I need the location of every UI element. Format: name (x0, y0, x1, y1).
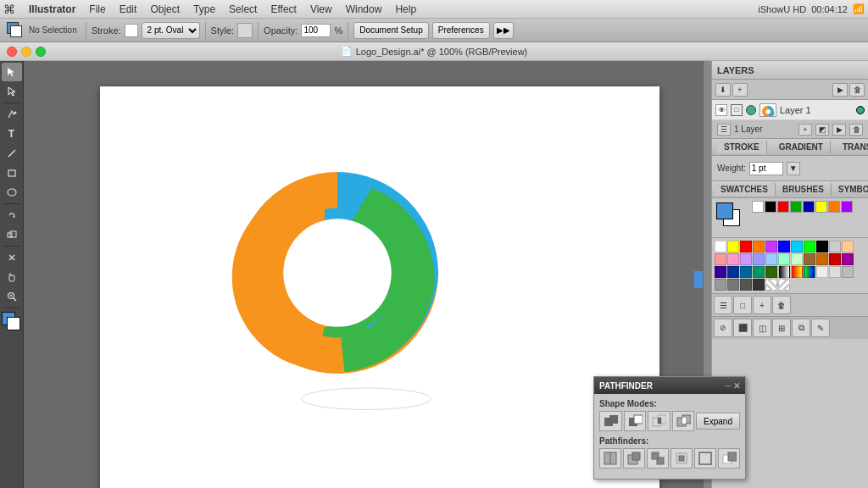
show-patterns-btn[interactable]: ⊞ (772, 319, 791, 337)
swatch-violet[interactable] (842, 253, 854, 265)
swatch-purple[interactable] (841, 201, 853, 213)
swatch-gray[interactable] (829, 241, 841, 252)
make-sublayer-btn[interactable]: ⬇ (715, 83, 731, 97)
delete-swatch-btn[interactable]: 🗑 (772, 296, 791, 314)
stroke-swatch[interactable] (125, 24, 138, 37)
swatch-white[interactable] (715, 241, 726, 252)
apple-menu[interactable]: ⌘ (3, 3, 15, 16)
minus-back-button[interactable] (718, 448, 740, 469)
swatch-cyan[interactable] (791, 241, 803, 252)
style-swatch[interactable] (237, 23, 253, 38)
make-layer-btn[interactable]: + (798, 124, 812, 136)
pen-tool[interactable] (2, 105, 22, 124)
ellipse-tool[interactable] (2, 183, 22, 202)
select-tool[interactable] (2, 63, 22, 81)
swatch-periwinkle[interactable] (753, 253, 765, 265)
swatch-pattern2[interactable] (778, 279, 790, 291)
swatch-lavender[interactable] (740, 253, 752, 265)
swatch-darkgray1[interactable] (727, 279, 739, 291)
menu-file[interactable]: File (82, 2, 112, 17)
weight-input[interactable] (749, 162, 783, 175)
swatches-tab[interactable]: SWATCHES (714, 183, 776, 196)
new-sublayer-btn[interactable]: ◩ (815, 124, 829, 136)
brushes-tab[interactable]: BRUSHES (776, 183, 832, 196)
trim-button[interactable] (623, 448, 645, 469)
pathfinder-close[interactable]: ✕ (733, 381, 740, 391)
layer-1-item[interactable]: 👁 □ Layer 1 (712, 100, 868, 120)
stroke-color[interactable] (10, 25, 22, 37)
swatch-yellow[interactable] (815, 201, 827, 213)
swatch-darkgreen[interactable] (753, 266, 765, 278)
transparency-tab[interactable]: TRANSPAR... (836, 141, 868, 153)
swatch-gradient-bw[interactable] (778, 266, 790, 278)
swatch-blue[interactable] (803, 201, 815, 213)
exclude-button[interactable] (672, 411, 695, 431)
swatch-black[interactable] (765, 201, 776, 213)
stroke-indicator[interactable] (7, 317, 20, 330)
swatch-none[interactable] (752, 201, 764, 213)
swatch-yellow2[interactable] (727, 241, 739, 252)
new-color-group-btn[interactable]: □ (733, 296, 752, 314)
stroke-tab[interactable]: STROKE (717, 141, 767, 153)
preferences-button[interactable]: Preferences (432, 22, 490, 39)
swatch-gradient-gb[interactable] (804, 266, 815, 278)
swatch-pattern1[interactable] (765, 279, 777, 291)
maximize-button[interactable] (36, 47, 46, 57)
swatch-darkorange[interactable] (816, 253, 828, 265)
show-none-btn[interactable]: ⊘ (714, 319, 732, 337)
swatch-pink[interactable] (715, 253, 726, 265)
merge-button[interactable] (647, 448, 669, 469)
swatch-teal[interactable] (740, 266, 752, 278)
unite-button[interactable] (599, 411, 622, 431)
swatch-darkgray3[interactable] (753, 279, 765, 291)
swatch-rose[interactable] (727, 253, 739, 265)
divide-button[interactable] (599, 448, 621, 469)
menu-window[interactable]: Window (339, 2, 389, 17)
swatch-indigo[interactable] (715, 266, 726, 278)
minus-front-button[interactable] (624, 411, 647, 431)
line-tool[interactable] (2, 144, 22, 163)
swatch-peach[interactable] (842, 241, 854, 252)
swatch-midgray1[interactable] (842, 266, 854, 278)
swatch-navyblue[interactable] (727, 266, 739, 278)
menu-effect[interactable]: Effect (264, 2, 303, 17)
pathfinder-minimize[interactable]: ─ (725, 381, 731, 391)
document-setup-button[interactable]: Document Setup (353, 22, 429, 39)
outline-button[interactable] (694, 448, 716, 469)
minimize-button[interactable] (21, 47, 31, 57)
new-layer-btn[interactable]: + (732, 83, 748, 97)
new-swatch-btn[interactable]: + (753, 296, 771, 314)
expand-button[interactable]: Expand (696, 413, 740, 430)
menu-edit[interactable]: Edit (113, 2, 144, 17)
direct-select-tool[interactable] (2, 82, 22, 101)
swatch-darkgray2[interactable] (740, 279, 752, 291)
close-button[interactable] (7, 47, 17, 57)
layers-delete-btn[interactable]: 🗑 (849, 83, 865, 97)
swatch-forestgreen[interactable] (765, 266, 777, 278)
swatch-lightgray1[interactable] (816, 266, 828, 278)
crop-button[interactable] (670, 448, 693, 469)
scissors-tool[interactable] (2, 248, 22, 267)
swatch-blue2[interactable] (778, 241, 790, 252)
delete-layer-btn[interactable]: 🗑 (849, 124, 863, 136)
menu-help[interactable]: Help (388, 2, 423, 17)
move-selection-btn[interactable]: ▶ (832, 124, 846, 136)
swatch-green[interactable] (790, 201, 802, 213)
intersect-button[interactable] (648, 411, 670, 431)
hand-tool[interactable] (2, 268, 22, 286)
type-tool[interactable]: T (2, 125, 22, 143)
layer-visibility-toggle[interactable]: 👁 (715, 104, 727, 116)
menu-type[interactable]: Type (186, 2, 222, 17)
fill-stroke-indicator[interactable] (2, 312, 22, 332)
swatch-black2[interactable] (816, 241, 828, 252)
swatch-gradient-ry[interactable] (791, 266, 803, 278)
swatch-red2[interactable] (740, 241, 752, 252)
swatch-orange[interactable] (828, 201, 840, 213)
swatch-sky[interactable] (765, 253, 777, 265)
gradient-tab[interactable]: GRADIENT (772, 141, 831, 153)
show-gradients-btn[interactable]: ◫ (753, 319, 771, 337)
scale-tool[interactable] (2, 225, 22, 244)
show-groups-btn[interactable]: ⧉ (792, 319, 810, 337)
opacity-input[interactable] (301, 24, 331, 37)
swatch-magenta[interactable] (765, 241, 777, 252)
